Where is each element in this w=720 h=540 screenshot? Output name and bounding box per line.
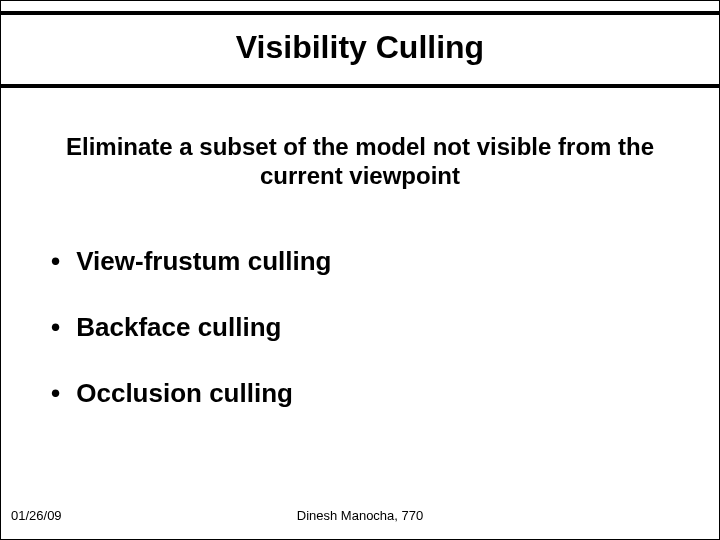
bullet-dot-icon: • xyxy=(51,246,69,277)
bullet-dot-icon: • xyxy=(51,378,69,409)
footer-date: 01/26/09 xyxy=(11,508,62,523)
list-item: • Occlusion culling xyxy=(51,378,719,409)
bullet-dot-icon: • xyxy=(51,312,69,343)
bullet-text: Backface culling xyxy=(76,312,281,342)
list-item: • View-frustum culling xyxy=(51,246,719,277)
bullet-text: Occlusion culling xyxy=(76,378,293,408)
footer-author: Dinesh Manocha, 770 xyxy=(297,508,423,523)
title-bar: Visibility Culling xyxy=(1,11,719,88)
bullet-text: View-frustum culling xyxy=(76,246,331,276)
bullet-list: • View-frustum culling • Backface cullin… xyxy=(1,246,719,409)
slide-title: Visibility Culling xyxy=(1,29,719,66)
list-item: • Backface culling xyxy=(51,312,719,343)
slide-subtitle: Eliminate a subset of the model not visi… xyxy=(39,133,681,191)
